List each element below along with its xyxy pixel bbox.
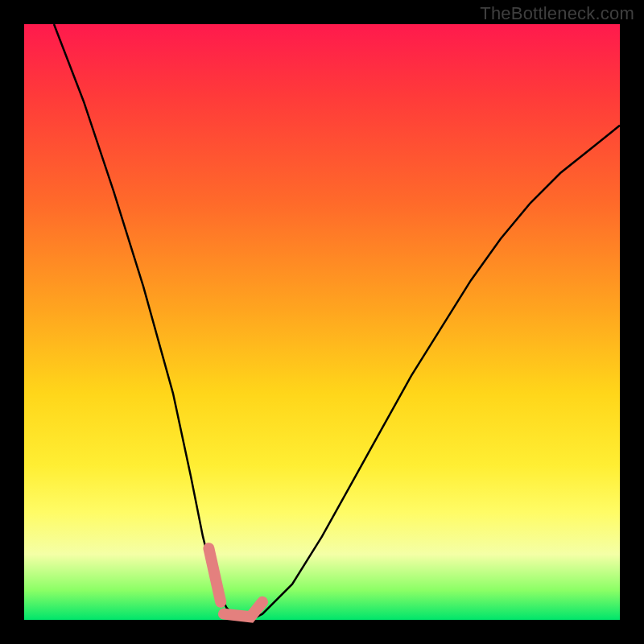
bottleneck-curve-svg: [24, 24, 620, 620]
bottleneck-highlight-bottom: [224, 602, 262, 617]
chart-plot-area: [24, 24, 620, 620]
bottleneck-curve-path: [54, 24, 620, 620]
watermark-text: TheBottleneck.com: [480, 3, 634, 24]
bottleneck-highlight-left: [208, 548, 221, 602]
chart-frame: TheBottleneck.com: [0, 0, 644, 644]
